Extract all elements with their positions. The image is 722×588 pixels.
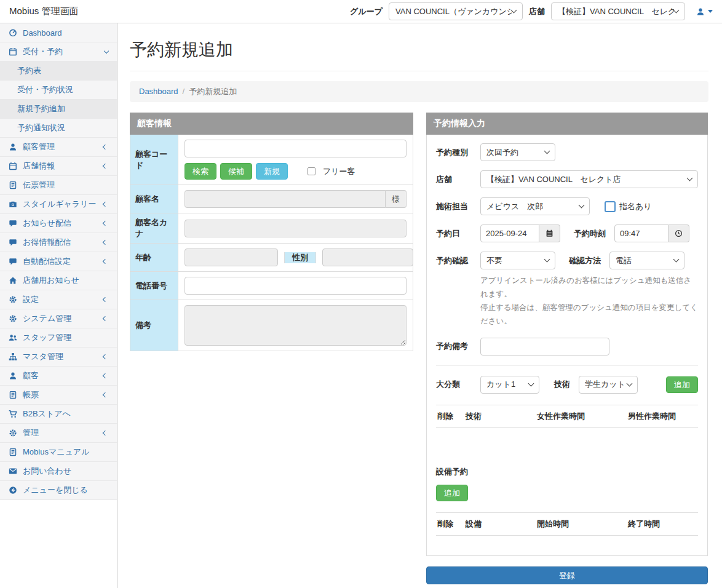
chevron-down-icon [528, 380, 534, 386]
category-select[interactable]: カット1 [480, 376, 539, 394]
customer-table: 顧客コード 検索 候補 新規 フリー客 [130, 135, 413, 351]
breadcrumb-current: 予約新規追加 [189, 87, 237, 96]
reservation-time-input[interactable] [614, 224, 668, 242]
users-icon [9, 333, 17, 342]
nomination-checkbox[interactable] [605, 201, 616, 212]
calendar-icon [9, 47, 17, 56]
customer-info-panel: 顧客情報 顧客コード 検索 候補 新規 フリー客 [130, 113, 413, 351]
technique-select[interactable]: 学生カット [579, 376, 638, 394]
breadcrumb: Dashboard/予約新規追加 [130, 81, 708, 102]
chevron-left-icon [103, 392, 108, 397]
chevron-left-icon [103, 145, 108, 149]
chevron-left-icon [103, 354, 108, 359]
customer-phone-row: 電話番号 [130, 271, 413, 300]
chevron-left-icon [103, 316, 108, 321]
reservation-date-input[interactable] [480, 224, 539, 242]
sidebar-item-deals-delivery[interactable]: お得情報配信 [0, 233, 117, 252]
free-customer-label: フリー客 [323, 166, 355, 177]
reservation-date-label: 予約日 [436, 228, 480, 239]
staff-select[interactable]: メビウス 次郎 [480, 197, 590, 215]
add-equipment-button[interactable]: 追加 [436, 485, 468, 501]
reservation-note-label: 予約備考 [436, 341, 480, 352]
customer-age-row: 年齢 性別 [130, 243, 413, 271]
confirm-method-select[interactable]: 電話 [609, 252, 684, 269]
camera-icon [9, 200, 17, 209]
sidebar-item-customer[interactable]: 顧客 [0, 367, 117, 386]
sidebar-item-reception-status[interactable]: 受付・予約状況 [0, 81, 117, 100]
reservation-store-label: 店舗 [436, 174, 480, 185]
clock-icon[interactable] [668, 224, 689, 242]
note-label: 備考 [130, 300, 178, 351]
sidebar-item-staff-management[interactable]: スタッフ管理 [0, 328, 117, 348]
sidebar-item-close-menu[interactable]: メニューを閉じる [0, 481, 117, 500]
sidebar-item-contact[interactable]: お問い合わせ [0, 462, 117, 481]
gender-label: 性別 [284, 252, 316, 263]
sidebar-item-dashboard[interactable]: Dashboard [0, 23, 117, 42]
group-label: グループ [350, 6, 383, 17]
gender-input[interactable] [322, 248, 413, 266]
sidebar-item-reception-reservation[interactable]: 受付・予約 [0, 42, 117, 62]
sidebar-item-style-gallery[interactable]: スタイルギャラリー [0, 195, 117, 214]
phone-input[interactable] [184, 277, 407, 295]
chevron-left-icon [103, 297, 108, 302]
chevron-down-icon [579, 202, 585, 209]
customer-note-textarea[interactable] [184, 305, 407, 346]
sidebar-item-settings[interactable]: 設定 [0, 290, 117, 309]
reservation-form: 予約種別 次回予約 店舗 【検証】VAN COUNCIL セレクト店 [426, 135, 708, 556]
sitemap-icon [9, 352, 17, 361]
search-button[interactable]: 検索 [184, 163, 216, 180]
submit-button[interactable]: 登録 [426, 566, 708, 584]
reservation-info-panel: 予約情報入力 予約種別 次回予約 店舗 【検証】VAN COUNCIL セレクト… [426, 113, 708, 584]
confirm-label: 予約確認 [436, 255, 480, 266]
group-select[interactable]: VAN COUNCIL（ヴァンカウンシル） [389, 2, 523, 20]
customer-panel-title: 顧客情報 [130, 113, 413, 135]
sidebar-item-store-info[interactable]: 店舗情報 [0, 157, 117, 176]
sidebar-item-slip-management[interactable]: 伝票管理 [0, 176, 117, 195]
sidebar-item-customer-management[interactable]: 顧客管理 [0, 138, 117, 157]
sidebar-item-mobius-manual[interactable]: Mobiusマニュアル [0, 443, 117, 462]
sidebar-item-reports[interactable]: 帳票 [0, 386, 117, 405]
caret-down-icon [708, 10, 713, 13]
technique-label: 技術 [554, 379, 570, 390]
store-select[interactable]: 【検証】VAN COUNCIL セレクト店 [551, 2, 685, 20]
sidebar: Dashboard 受付・予約 予約表 受付・予約状況 新規予約追加 予約通知状… [0, 23, 117, 588]
age-input[interactable] [184, 248, 278, 266]
breadcrumb-dashboard-link[interactable]: Dashboard [139, 87, 178, 96]
sidebar-item-new-reservation[interactable]: 新規予約追加 [0, 100, 117, 119]
customer-kana-input[interactable] [184, 220, 407, 237]
comment-icon [9, 219, 17, 228]
reservation-note-input[interactable] [480, 338, 609, 356]
confirm-select[interactable]: 不要 [480, 252, 555, 269]
candidate-button[interactable]: 候補 [220, 163, 252, 180]
sidebar-item-reservation-notification[interactable]: 予約通知状況 [0, 119, 117, 138]
user-icon [696, 7, 705, 16]
sidebar-item-notice-delivery[interactable]: お知らせ配信 [0, 214, 117, 233]
ledger-icon [9, 181, 17, 189]
divider [436, 365, 698, 366]
sidebar-item-system-management[interactable]: システム管理 [0, 309, 117, 328]
new-customer-button[interactable]: 新規 [256, 163, 288, 180]
sidebar-item-b2b-store[interactable]: B2Bストアへ [0, 405, 117, 424]
user-menu-button[interactable] [696, 7, 713, 16]
chevron-left-icon [103, 202, 108, 207]
sidebar-item-master-management[interactable]: マスタ管理 [0, 348, 117, 367]
chevron-down-icon [687, 175, 693, 181]
chevron-left-icon [103, 164, 108, 169]
equipment-table-header: 削除 設備 開始時間 終了時間 [436, 512, 698, 536]
sidebar-item-reservation-table[interactable]: 予約表 [0, 62, 117, 81]
chevron-down-icon [104, 48, 109, 53]
reservation-store-select[interactable]: 【検証】VAN COUNCIL セレクト店 [480, 170, 698, 188]
name-honorific-addon: 様 [386, 190, 407, 208]
sidebar-item-store-notice[interactable]: 店舗用お知らせ [0, 271, 117, 290]
calendar-icon[interactable] [539, 224, 560, 242]
staff-label: 施術担当 [436, 201, 480, 212]
customer-name-input[interactable] [184, 190, 386, 208]
gear-icon [9, 429, 17, 437]
free-customer-checkbox[interactable] [307, 167, 315, 175]
sidebar-item-admin[interactable]: 管理 [0, 424, 117, 443]
customer-code-input[interactable] [184, 140, 407, 157]
sidebar-item-auto-delivery-settings[interactable]: 自動配信設定 [0, 252, 117, 271]
reservation-type-select[interactable]: 次回予約 [480, 143, 555, 161]
reservation-time-label: 予約時刻 [574, 228, 614, 239]
add-technique-button[interactable]: 追加 [666, 376, 698, 393]
